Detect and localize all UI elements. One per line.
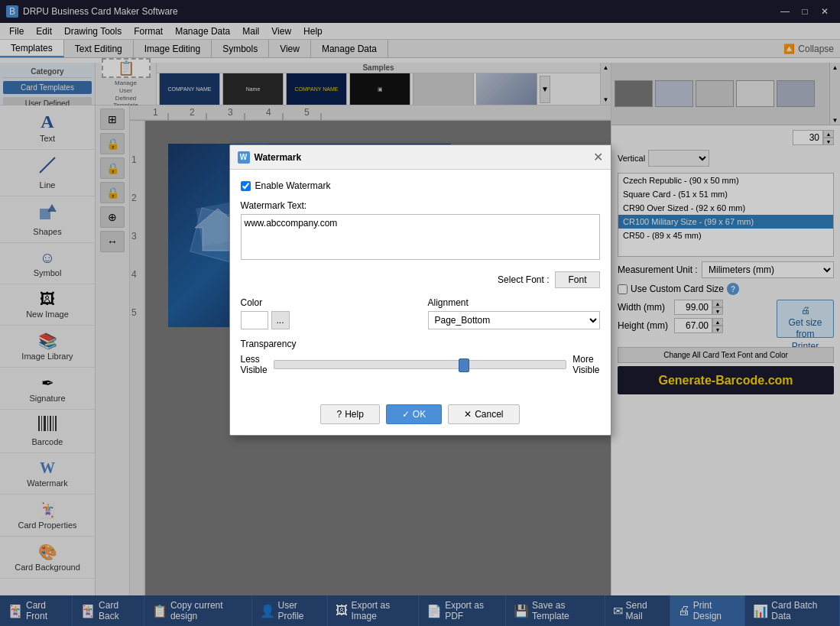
less-label: Less [241,354,268,365]
color-label: Color [241,297,413,308]
dialog-titlebar: W Watermark ✕ [230,145,611,170]
ok-icon: ✓ [402,409,410,420]
dialog-footer: ? Help ✓ OK ✕ Cancel [230,397,611,435]
transparency-track[interactable] [274,360,567,369]
dialog-title-icon: W [238,151,250,164]
dialog-title: W Watermark [238,151,302,164]
cancel-icon: ✕ [464,409,472,420]
color-group: Color ... [241,297,413,329]
dialog-close-button[interactable]: ✕ [593,150,603,164]
color-more-button[interactable]: ... [271,311,290,329]
visible-label-2: Visible [572,365,599,375]
less-visible-labels: Less Visible [241,354,268,375]
alignment-select[interactable]: Page_Top Page_Center Page_Bottom Page_Le… [428,311,600,329]
dialog-title-text: Watermark [255,152,302,163]
transparency-section: Transparency Less Visible More Visible [241,339,600,375]
more-visible-labels: More Visible [572,354,599,375]
cancel-label: Cancel [475,409,503,420]
help-button[interactable]: ? Help [320,404,379,424]
ok-label: OK [413,409,426,420]
align-group: Alignment Page_Top Page_Center Page_Bott… [428,297,600,329]
help-icon: ? [336,409,342,420]
ok-button[interactable]: ✓ OK [386,404,442,424]
color-align-row: Color ... Alignment Page_Top Page_Center… [241,297,600,329]
font-button[interactable]: Font [555,271,599,288]
transparency-label: Transparency [241,339,600,349]
transparency-thumb[interactable] [459,358,469,372]
transparency-row: Less Visible More Visible [241,354,600,375]
enable-watermark-checkbox[interactable] [241,181,251,191]
cancel-button[interactable]: ✕ Cancel [448,404,519,424]
watermark-text-input[interactable]: www.abccompany.com [241,214,600,260]
color-row: ... [241,311,413,329]
enable-watermark-row: Enable Watermark [241,180,600,191]
enable-watermark-label: Enable Watermark [255,180,331,191]
visible-label: Visible [241,365,268,375]
select-font-label: Select Font : [498,274,549,285]
more-label: More [572,354,599,365]
dialog-body: Enable Watermark Watermark Text: www.abc… [230,170,611,397]
help-label: Help [345,409,364,420]
watermark-text-label: Watermark Text: [241,200,600,211]
font-row: Select Font : Font [241,271,600,288]
dialog-overlay: W Watermark ✕ Enable Watermark Watermark… [0,0,840,626]
watermark-dialog: W Watermark ✕ Enable Watermark Watermark… [229,144,611,436]
color-swatch[interactable] [241,311,268,329]
alignment-label: Alignment [428,297,600,308]
